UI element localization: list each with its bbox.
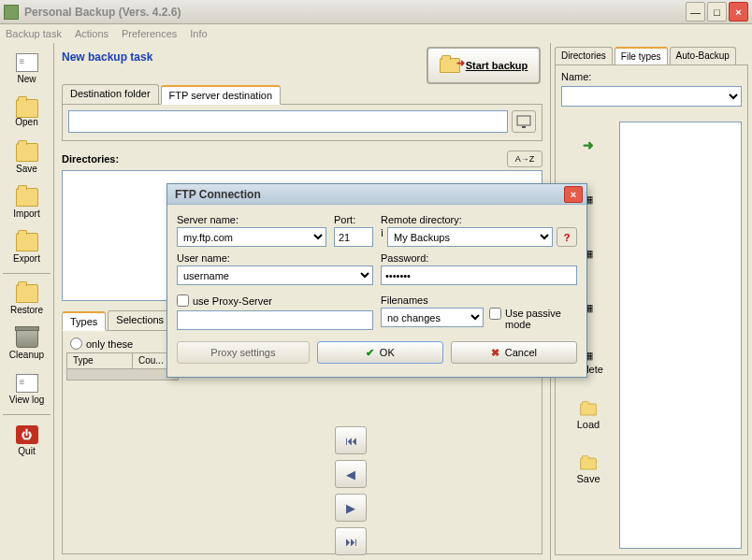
col-count[interactable]: Cou... [133, 353, 170, 368]
menu-backup-task[interactable]: Backup task [6, 28, 62, 39]
check-icon: ✔ [366, 347, 374, 359]
prev-icon: ◀ [346, 467, 355, 481]
passive-checkbox[interactable] [489, 308, 501, 320]
save-label: Save [16, 164, 37, 174]
window-title: Personal Backup (Vers. 4.2.6) [24, 6, 686, 19]
tab-types[interactable]: Types [62, 311, 106, 331]
svg-rect-1 [522, 126, 526, 128]
import-icon [16, 188, 38, 207]
restore-label: Restore [10, 305, 43, 315]
ftp-settings-button[interactable] [512, 110, 536, 133]
menu-info[interactable]: Info [190, 28, 207, 39]
right-list[interactable] [619, 122, 742, 549]
new-button[interactable]: New [7, 47, 48, 90]
viewlog-button[interactable]: View log [7, 367, 48, 410]
user-label: User name: [177, 252, 373, 264]
start-backup-label: Start backup [466, 60, 528, 71]
save-button[interactable]: Save [7, 136, 48, 179]
tab-destination-folder[interactable]: Destination folder [62, 84, 159, 104]
viewlog-label: View log [9, 395, 45, 405]
trash-icon [16, 329, 38, 348]
dialog-close-button[interactable]: × [564, 186, 583, 203]
start-backup-icon: ➜ [440, 58, 460, 73]
right-btn-1[interactable]: ➜ [566, 122, 611, 168]
cancel-label: Cancel [505, 347, 537, 358]
remote-select[interactable]: My Backups [387, 227, 553, 247]
left-toolbar: New ▼ Open Save Import Export Restore Cl… [0, 43, 54, 560]
proxy-settings-button[interactable]: Proxy settings [177, 341, 310, 364]
titlebar: Personal Backup (Vers. 4.2.6) — □ × [0, 0, 752, 24]
menubar: Backup task Actions Preferences Info [0, 24, 752, 43]
right-name-select[interactable] [561, 86, 742, 107]
restore-button[interactable]: Restore [7, 278, 48, 321]
table-row[interactable] [66, 369, 179, 381]
rtab-directories[interactable]: Directories [555, 47, 613, 65]
cancel-button[interactable]: ✖ Cancel [451, 341, 577, 364]
port-input[interactable] [334, 227, 373, 247]
tab-selections[interactable]: Selections [108, 310, 172, 330]
first-button[interactable]: ⏮ [335, 426, 367, 454]
x-icon: ✖ [491, 347, 499, 359]
next-button[interactable]: ▶ [335, 494, 367, 522]
rtab-filetypes[interactable]: File types [615, 47, 668, 65]
server-select[interactable]: my.ftp.com [177, 227, 326, 247]
maximize-button[interactable]: □ [707, 2, 727, 22]
dialog-title: FTP Connection [175, 188, 564, 201]
export-button[interactable]: Export [7, 226, 48, 269]
menu-preferences[interactable]: Preferences [122, 28, 177, 39]
cleanup-button[interactable]: Cleanup [7, 323, 48, 366]
open-button[interactable]: ▼ Open [7, 92, 48, 135]
svg-rect-0 [517, 116, 530, 125]
save-icon [16, 143, 38, 162]
ftp-connection-dialog: FTP Connection × Server name: my.ftp.com… [166, 183, 587, 378]
first-icon: ⏮ [345, 434, 357, 448]
tab-ftp-destination[interactable]: FTP server destination [161, 85, 281, 105]
menu-actions[interactable]: Actions [75, 28, 108, 39]
password-input[interactable] [381, 266, 577, 285]
viewlog-icon [16, 374, 38, 393]
start-backup-button[interactable]: ➜ Start backup [427, 47, 541, 84]
load-icon [580, 404, 597, 416]
last-button[interactable]: ⏭ [335, 527, 367, 555]
server-label: Server name: [177, 214, 326, 225]
right-name-label: Name: [561, 71, 742, 82]
right-load-button[interactable]: Load [566, 393, 611, 439]
import-button[interactable]: Import [7, 181, 48, 224]
ok-button[interactable]: ✔ OK [317, 341, 443, 364]
only-these-radio[interactable] [70, 337, 82, 350]
save-icon [580, 458, 597, 470]
new-label: New [17, 74, 36, 84]
minimize-button[interactable]: — [686, 2, 705, 22]
password-label: Password: [381, 252, 577, 264]
proxy-settings-label: Proxy settings [210, 347, 275, 358]
last-icon: ⏭ [345, 535, 357, 549]
proxy-checkbox[interactable] [177, 294, 189, 307]
quit-label: Quit [18, 446, 35, 456]
destination-panel [62, 104, 542, 141]
cleanup-label: Cleanup [9, 350, 44, 360]
user-select[interactable]: username [177, 266, 373, 285]
proxy-input[interactable] [177, 310, 373, 330]
proxy-label: use Proxy-Server [193, 295, 272, 307]
right-save-label: Save [576, 473, 600, 484]
quit-icon: ⏻ [16, 425, 38, 444]
sort-az-button[interactable]: A→Z [507, 151, 542, 167]
new-icon [16, 53, 38, 72]
filenames-select[interactable]: no changes [381, 308, 484, 327]
restore-icon [16, 284, 38, 303]
prev-button[interactable]: ◀ [335, 460, 367, 488]
destination-input[interactable] [68, 110, 508, 133]
import-label: Import [13, 208, 39, 219]
col-type[interactable]: Type [67, 353, 133, 368]
right-load-label: Load [577, 419, 600, 430]
arrow-icon: ➜ [583, 137, 594, 152]
ftp-icon [516, 115, 531, 128]
close-button[interactable]: × [729, 2, 748, 22]
quit-button[interactable]: ⏻ Quit [7, 419, 48, 462]
export-icon [16, 233, 38, 251]
open-label: Open [15, 117, 37, 127]
rtab-autobackup[interactable]: Auto-Backup [670, 47, 736, 65]
help-button[interactable]: ? [557, 227, 577, 247]
next-icon: ▶ [346, 501, 355, 515]
right-save-button[interactable]: Save [566, 447, 611, 494]
